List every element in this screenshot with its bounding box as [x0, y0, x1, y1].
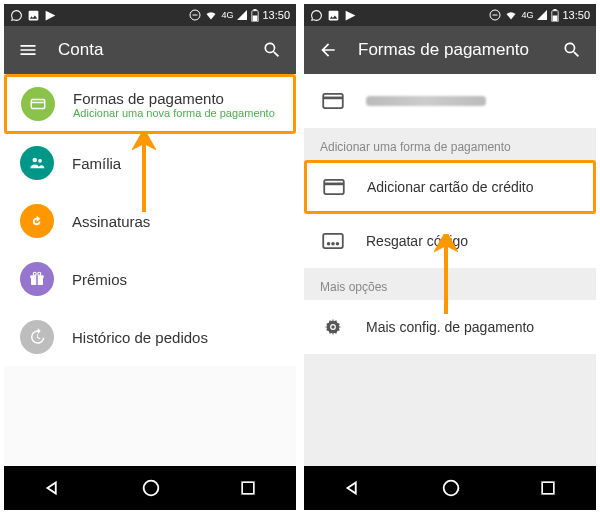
svg-point-27	[332, 243, 334, 245]
row-label: Resgatar código	[366, 233, 468, 249]
battery-icon	[551, 9, 559, 22]
svg-point-31	[331, 325, 334, 328]
item-family[interactable]: Família	[4, 134, 296, 192]
gift-icon	[20, 262, 54, 296]
history-icon	[20, 320, 54, 354]
whatsapp-icon	[310, 9, 323, 22]
row-label: Adicionar cartão de crédito	[367, 179, 534, 195]
svg-rect-19	[554, 9, 557, 11]
svg-rect-5	[31, 100, 45, 109]
item-title: Prêmios	[72, 271, 127, 288]
redeem-code-row[interactable]: Resgatar código	[304, 214, 596, 268]
status-left-icons	[10, 9, 57, 22]
image-icon	[27, 9, 40, 22]
wifi-icon	[204, 9, 218, 21]
family-icon	[20, 146, 54, 180]
svg-point-7	[33, 158, 38, 163]
svg-point-13	[38, 272, 41, 275]
status-left-icons	[310, 9, 357, 22]
svg-rect-20	[553, 15, 558, 21]
signal-icon	[536, 9, 548, 21]
svg-point-14	[144, 481, 159, 496]
svg-point-8	[38, 159, 42, 163]
section-add-payment: Adicionar uma forma de pagamento	[304, 128, 596, 160]
svg-point-12	[33, 272, 36, 275]
svg-point-28	[337, 243, 339, 245]
add-credit-card-row[interactable]: Adicionar cartão de crédito	[304, 160, 596, 214]
phone-right: 4G 13:50 Formas de pagamento Adicionar u…	[304, 4, 596, 510]
back-icon[interactable]	[318, 40, 338, 60]
battery-icon	[251, 9, 259, 22]
page-title: Formas de pagamento	[358, 40, 542, 60]
svg-rect-23	[324, 180, 344, 194]
menu-icon[interactable]	[18, 40, 38, 60]
nav-bar	[4, 466, 296, 510]
status-bar: 4G 13:50	[4, 4, 296, 26]
svg-rect-15	[242, 482, 254, 494]
svg-point-32	[444, 481, 459, 496]
svg-point-26	[328, 243, 330, 245]
nav-recent-icon[interactable]	[238, 478, 258, 498]
code-icon	[322, 232, 344, 250]
wifi-icon	[504, 9, 518, 21]
masked-card-label	[366, 96, 486, 106]
image-icon	[327, 9, 340, 22]
nav-home-icon[interactable]	[440, 477, 462, 499]
play-icon	[44, 9, 57, 22]
section-more-options: Mais opções	[304, 268, 596, 300]
more-payment-settings-row[interactable]: Mais config. de pagamento	[304, 300, 596, 354]
card-icon	[323, 178, 345, 196]
item-subscriptions[interactable]: Assinaturas	[4, 192, 296, 250]
status-right-icons: 4G 13:50	[189, 9, 290, 22]
phone-left: 4G 13:50 Conta Formas de pagamento Adici…	[4, 4, 296, 510]
item-order-history[interactable]: Histórico de pedidos	[4, 308, 296, 366]
svg-rect-11	[36, 275, 38, 285]
svg-rect-4	[253, 15, 258, 21]
nav-recent-icon[interactable]	[538, 478, 558, 498]
status-right-icons: 4G 13:50	[489, 9, 590, 22]
gear-icon	[322, 318, 344, 336]
subscriptions-icon	[20, 204, 54, 238]
item-title: Formas de pagamento	[73, 90, 275, 107]
item-title: Assinaturas	[72, 213, 150, 230]
svg-rect-22	[323, 97, 343, 100]
nav-home-icon[interactable]	[140, 477, 162, 499]
clock: 13:50	[562, 9, 590, 21]
item-payment-methods[interactable]: Formas de pagamento Adicionar uma nova f…	[4, 74, 296, 134]
item-title: Histórico de pedidos	[72, 329, 208, 346]
app-bar: Formas de pagamento	[304, 26, 596, 74]
play-icon	[344, 9, 357, 22]
whatsapp-icon	[10, 9, 23, 22]
svg-rect-24	[324, 183, 344, 186]
item-subtitle: Adicionar uma nova forma de pagamento	[73, 107, 275, 119]
item-title: Família	[72, 155, 121, 172]
app-bar: Conta	[4, 26, 296, 74]
page-title: Conta	[58, 40, 242, 60]
nav-bar	[304, 466, 596, 510]
content-left: Formas de pagamento Adicionar uma nova f…	[4, 74, 296, 466]
existing-card-row[interactable]	[304, 74, 596, 128]
search-icon[interactable]	[562, 40, 582, 60]
svg-rect-33	[542, 482, 554, 494]
row-label: Mais config. de pagamento	[366, 319, 534, 335]
search-icon[interactable]	[262, 40, 282, 60]
svg-rect-21	[323, 94, 343, 108]
item-text: Formas de pagamento Adicionar uma nova f…	[73, 90, 275, 119]
dnd-icon	[489, 9, 501, 21]
signal-icon	[236, 9, 248, 21]
card-icon	[21, 87, 55, 121]
nav-back-icon[interactable]	[342, 477, 364, 499]
network-label: 4G	[521, 10, 533, 20]
svg-rect-25	[323, 234, 343, 248]
content-right: Adicionar uma forma de pagamento Adicion…	[304, 74, 596, 466]
svg-rect-3	[254, 9, 257, 11]
card-icon	[322, 92, 344, 110]
dnd-icon	[189, 9, 201, 21]
nav-back-icon[interactable]	[42, 477, 64, 499]
network-label: 4G	[221, 10, 233, 20]
item-rewards[interactable]: Prêmios	[4, 250, 296, 308]
status-bar: 4G 13:50	[304, 4, 596, 26]
clock: 13:50	[262, 9, 290, 21]
